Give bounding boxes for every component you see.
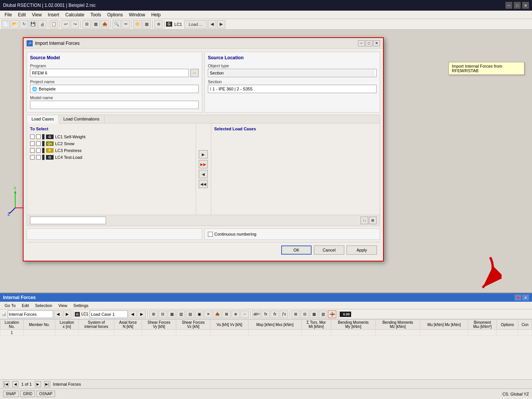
if-btn-calc[interactable]: ⊕ — [231, 310, 240, 318]
project-name-select-container[interactable]: 🌐 Beispiele — [30, 85, 199, 93]
open-button[interactable]: 📂 — [11, 20, 19, 28]
if-lc-prev[interactable]: ◀ — [128, 310, 137, 318]
section-select-container[interactable]: Ⅰ 1 - IPE 360 | 2 - S355 — [208, 85, 377, 93]
browse-button[interactable]: ⋯ — [190, 69, 199, 77]
if-btn-1[interactable]: ⊞ — [149, 310, 158, 318]
project-name-select[interactable]: Beispiele — [39, 86, 197, 92]
lc-select[interactable]: Load ... — [184, 20, 207, 28]
if-btn-fx2[interactable]: fx — [271, 310, 279, 318]
nav-first[interactable]: |◀ — [3, 381, 9, 387]
object-type-select[interactable]: Section — [210, 70, 375, 76]
if-btn-3[interactable]: ▦ — [168, 310, 176, 318]
lc-checkbox-2[interactable] — [30, 141, 35, 146]
select-button[interactable]: ▦ — [142, 20, 151, 28]
if-menu-selection[interactable]: Selection — [32, 302, 55, 309]
move-right-button[interactable]: ▶ — [199, 150, 208, 158]
if-btn-import[interactable]: 📥 — [213, 310, 222, 318]
menu-options[interactable]: Options — [104, 11, 126, 18]
if-btn-delete[interactable]: ✕ — [204, 310, 212, 318]
menu-tools[interactable]: Tools — [87, 11, 104, 18]
ok-button[interactable]: OK — [281, 245, 312, 255]
menu-insert[interactable]: Insert — [45, 11, 62, 18]
lc-checkbox-3b[interactable] — [36, 148, 41, 153]
if-btn-formula[interactable]: ab= — [252, 310, 261, 318]
program-select-container[interactable]: RFEM 6 — [30, 69, 189, 77]
menu-calculate[interactable]: Calculate — [62, 11, 87, 18]
if-btn-export[interactable]: ⊠ — [222, 310, 231, 318]
menu-help[interactable]: Help — [148, 11, 164, 18]
if-type-select[interactable]: Internal Forces — [8, 310, 53, 318]
apply-button[interactable]: Apply — [347, 245, 377, 255]
sort-filter-button[interactable]: ⊠ — [369, 217, 377, 224]
model-name-select[interactable] — [32, 101, 197, 108]
tab-load-combinations[interactable]: Load Combinations — [59, 115, 104, 123]
dialog-close-button[interactable]: ✕ — [373, 40, 380, 46]
if-type-prev[interactable]: ◀ — [54, 310, 62, 318]
save-button[interactable]: 💾 — [29, 20, 37, 28]
if-menu-view[interactable]: View — [55, 302, 70, 309]
lc-checkbox-3[interactable] — [30, 148, 35, 153]
if-btn-view1[interactable]: ▦ — [310, 310, 318, 318]
if-type-next[interactable]: ▶ — [63, 310, 71, 318]
new-button[interactable]: 📄 — [2, 20, 10, 28]
lc-prev[interactable]: ◀ — [208, 20, 216, 28]
sort-up-button[interactable]: ↑↓ — [361, 217, 368, 224]
display-button[interactable]: ⊕ — [154, 20, 163, 28]
sort-select[interactable] — [30, 217, 106, 224]
zoom-button[interactable]: 🔍 — [112, 20, 121, 28]
if-btn-2[interactable]: ⊟ — [158, 310, 167, 318]
if-btn-4[interactable]: ▥ — [177, 310, 185, 318]
if-btn-minus[interactable]: − — [241, 310, 249, 318]
move-left-button[interactable]: ◀ — [199, 170, 208, 178]
render-button[interactable]: 🔆 — [133, 20, 142, 28]
redo-button[interactable]: ↪ — [71, 20, 79, 28]
nav-prev[interactable]: ◀ — [12, 381, 18, 387]
minimize-button[interactable]: ─ — [505, 2, 512, 9]
nav-next[interactable]: ▶ — [35, 381, 41, 387]
copy-button[interactable]: 📋 — [50, 20, 58, 28]
menu-edit[interactable]: Edit — [15, 11, 29, 18]
lc-checkbox-4b[interactable] — [36, 155, 41, 160]
refresh-button[interactable]: ↻ — [20, 20, 28, 28]
zoom2-button[interactable]: ✏ — [122, 20, 130, 28]
if-btn-fx[interactable]: fx — [261, 310, 270, 318]
cancel-button[interactable]: Cancel — [314, 245, 344, 255]
grid-button[interactable]: ⊞ — [82, 20, 91, 28]
if-menu-goto[interactable]: Go To — [2, 302, 19, 309]
snap-button[interactable]: SNAP — [3, 391, 19, 397]
if-close-button[interactable]: ✕ — [522, 294, 529, 301]
continuous-numbering-checkbox[interactable] — [208, 232, 213, 237]
continuous-numbering-label[interactable]: Continuous numbering — [208, 232, 256, 237]
if-btn-table[interactable]: ⊞ — [291, 310, 300, 318]
if-menu-edit[interactable]: Edit — [19, 302, 32, 309]
dialog-minimize-button[interactable]: ─ — [358, 40, 365, 46]
if-lc-select[interactable]: Load Case 1 — [90, 310, 128, 318]
if-btn-import-forces[interactable] — [328, 310, 336, 318]
maximize-button[interactable]: □ — [514, 2, 521, 9]
grid-button[interactable]: GRID — [20, 391, 35, 397]
close-button[interactable]: ✕ — [522, 2, 529, 9]
nav-last[interactable]: ▶| — [44, 381, 50, 387]
menu-view[interactable]: View — [29, 11, 45, 18]
dialog-maximize-button[interactable]: □ — [366, 40, 372, 46]
if-lc-next[interactable]: ▶ — [138, 310, 146, 318]
move-all-left-button[interactable]: ◀◀ — [199, 180, 208, 188]
lc-checkbox-4[interactable] — [30, 155, 35, 160]
undo-button[interactable]: ↩ — [62, 20, 70, 28]
if-pin-button[interactable]: 📌 — [515, 294, 521, 301]
program-select[interactable]: RFEM 6 — [32, 70, 187, 76]
model-name-select-container[interactable] — [30, 101, 199, 109]
lc-checkbox-1b[interactable] — [36, 135, 41, 139]
if-btn-view2[interactable]: ▥ — [319, 310, 327, 318]
if-btn-copy2[interactable]: ⊟ — [301, 310, 309, 318]
tab-load-cases[interactable]: Load Cases — [27, 115, 59, 124]
object-type-select-container[interactable]: Section — [208, 69, 377, 77]
lc-checkbox-1[interactable] — [30, 135, 35, 139]
table-button[interactable]: ▦ — [92, 20, 100, 28]
print-button[interactable]: 🖨 — [38, 20, 46, 28]
if-btn-fx3[interactable]: ƒx — [280, 310, 288, 318]
if-btn-5[interactable]: ▤ — [186, 310, 194, 318]
move-all-right-button[interactable]: ▶▶ — [199, 160, 208, 168]
menu-window[interactable]: Window — [126, 11, 148, 18]
section-select[interactable]: 1 - IPE 360 | 2 - S355 — [212, 86, 375, 92]
